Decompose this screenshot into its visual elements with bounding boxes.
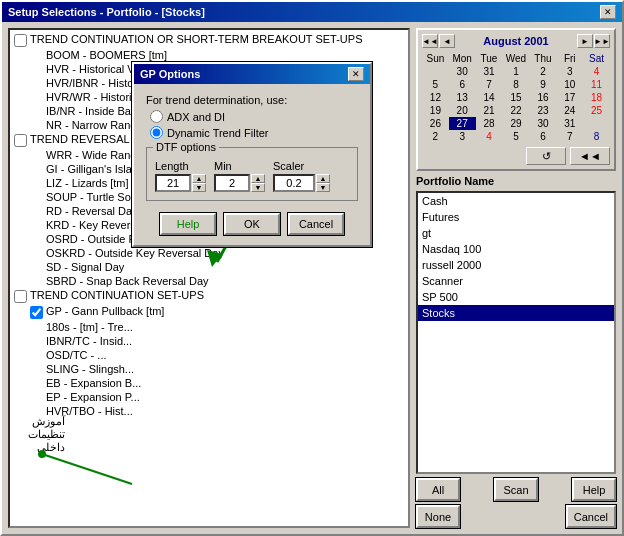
cal-prev-prev-btn[interactable]: ◄◄	[422, 34, 438, 48]
cal-day-4[interactable]: 2	[530, 65, 557, 78]
cal-day-21[interactable]: 19	[422, 104, 449, 117]
cal-day-25[interactable]: 23	[530, 104, 557, 117]
setup-item-osdtc[interactable]: OSD/TC - ...	[12, 348, 406, 362]
cal-next-next-btn[interactable]: ►►	[594, 34, 610, 48]
cal-next-btn[interactable]: ►	[577, 34, 593, 48]
cal-day-12[interactable]: 10	[556, 78, 583, 91]
cal-day-31[interactable]: 29	[502, 117, 529, 130]
dialog-ok-btn[interactable]: OK	[224, 213, 280, 235]
help-button[interactable]: Help	[572, 478, 616, 501]
setup-item-boom[interactable]: BOOM - BOOMERS [tm]	[12, 48, 406, 62]
portfolio-item-scanner[interactable]: Scanner	[418, 273, 614, 289]
cal-day-35[interactable]: 2	[422, 130, 449, 143]
dialog-help-btn[interactable]: Help	[160, 213, 216, 235]
cal-day-33[interactable]: 31	[556, 117, 583, 130]
dtf-options-box: DTF options Length ▲ ▼ Min	[146, 147, 358, 201]
cal-day-23[interactable]: 21	[476, 104, 503, 117]
cal-day-27[interactable]: 25	[583, 104, 610, 117]
scaler-up-btn[interactable]: ▲	[316, 174, 330, 183]
cal-prev-btn[interactable]: ◄	[439, 34, 455, 48]
min-down-btn[interactable]: ▼	[251, 183, 265, 192]
portfolio-item-gt[interactable]: gt	[418, 225, 614, 241]
length-input[interactable]	[155, 174, 191, 192]
cal-day-3[interactable]: 1	[502, 65, 529, 78]
cal-day-7[interactable]: 5	[422, 78, 449, 91]
checkbox-trend2[interactable]	[14, 290, 27, 303]
scan-button[interactable]: Scan	[494, 478, 538, 501]
cal-day-6[interactable]: 4	[583, 65, 610, 78]
cal-day-37[interactable]: 4	[476, 130, 503, 143]
cal-day-11[interactable]: 9	[530, 78, 557, 91]
cal-day-28[interactable]: 26	[422, 117, 449, 130]
cal-day-39[interactable]: 6	[530, 130, 557, 143]
cal-day-24[interactable]: 22	[502, 104, 529, 117]
all-button[interactable]: All	[416, 478, 460, 501]
portfolio-item-nasdaq-100[interactable]: Nasdaq 100	[418, 241, 614, 257]
cal-day-30[interactable]: 28	[476, 117, 503, 130]
cal-day-32[interactable]: 30	[530, 117, 557, 130]
cal-day-26[interactable]: 24	[556, 104, 583, 117]
dtf-radio[interactable]	[150, 126, 163, 139]
cal-day-13[interactable]: 11	[583, 78, 610, 91]
setup-item-gp[interactable]: GP - Gann Pullback [tm]	[12, 304, 406, 320]
cal-day-14[interactable]: 12	[422, 91, 449, 104]
cal-day-15[interactable]: 13	[449, 91, 476, 104]
setup-item-sbrd[interactable]: SBRD - Snap Back Reversal Day	[12, 274, 406, 288]
setup-item-sling[interactable]: SLING - Slingsh...	[12, 362, 406, 376]
dialog-close-btn[interactable]: ✕	[348, 67, 364, 81]
cal-reset-btn[interactable]: ↺	[526, 147, 566, 165]
portfolio-item-cash[interactable]: Cash	[418, 193, 614, 209]
checkbox-gp[interactable]	[30, 306, 43, 319]
checkbox-trend1[interactable]	[14, 34, 27, 47]
cal-day-19[interactable]: 17	[556, 91, 583, 104]
setup-item-ibnrtc[interactable]: IBNR/TC - Insid...	[12, 334, 406, 348]
cal-day-18[interactable]: 16	[530, 91, 557, 104]
dtf-fields: Length ▲ ▼ Min	[155, 160, 349, 192]
setup-item-trend2[interactable]: TREND CONTINUATION SET-UPS	[12, 288, 406, 304]
dtf-legend: DTF options	[153, 141, 219, 153]
cal-day-1[interactable]: 30	[449, 65, 476, 78]
setup-item-trend1[interactable]: TREND CONTINUATION OR SHORT-TERM BREAKOU…	[12, 32, 406, 48]
portfolio-item-stocks[interactable]: Stocks	[418, 305, 614, 321]
cal-day-20[interactable]: 18	[583, 91, 610, 104]
setup-item-eb[interactable]: EB - Expansion B...	[12, 376, 406, 390]
cal-day-8[interactable]: 6	[449, 78, 476, 91]
cal-day-5[interactable]: 3	[556, 65, 583, 78]
cal-day-40[interactable]: 7	[556, 130, 583, 143]
cancel-button[interactable]: Cancel	[566, 505, 616, 528]
setup-item-hvrtbo[interactable]: HVR/TBO - Hist...	[12, 404, 406, 418]
close-button[interactable]: ✕	[600, 5, 616, 19]
min-up-btn[interactable]: ▲	[251, 174, 265, 183]
length-up-btn[interactable]: ▲	[192, 174, 206, 183]
svg-line-2	[42, 454, 132, 484]
cal-day-38[interactable]: 5	[502, 130, 529, 143]
length-down-btn[interactable]: ▼	[192, 183, 206, 192]
portfolio-item-russell-2000[interactable]: russell 2000	[418, 257, 614, 273]
cal-day-22[interactable]: 20	[449, 104, 476, 117]
cal-day-2[interactable]: 31	[476, 65, 503, 78]
cal-today-btn[interactable]: ◄◄	[570, 147, 610, 165]
scaler-input[interactable]	[273, 174, 315, 192]
main-window: Setup Selections - Portfolio - [Stocks] …	[0, 0, 624, 536]
portfolio-item-futures[interactable]: Futures	[418, 209, 614, 225]
cal-day-9[interactable]: 7	[476, 78, 503, 91]
cal-day-41[interactable]: 8	[583, 130, 610, 143]
none-button[interactable]: None	[416, 505, 460, 528]
portfolio-item-sp-500[interactable]: SP 500	[418, 289, 614, 305]
checkbox-reversal[interactable]	[14, 134, 27, 147]
dialog-cancel-btn[interactable]: Cancel	[288, 213, 344, 235]
scaler-down-btn[interactable]: ▼	[316, 183, 330, 192]
cal-day-29[interactable]: 27	[449, 117, 476, 130]
portfolio-list[interactable]: CashFuturesgtNasdaq 100russell 2000Scann…	[416, 191, 616, 474]
setup-item-ep[interactable]: EP - Expansion P...	[12, 390, 406, 404]
setup-item-label-sd: SD - Signal Day	[46, 261, 124, 273]
cal-day-36[interactable]: 3	[449, 130, 476, 143]
cal-day-10[interactable]: 8	[502, 78, 529, 91]
settings-arrow	[32, 444, 152, 494]
cal-day-17[interactable]: 15	[502, 91, 529, 104]
setup-item-s180[interactable]: 180s - [tm] - Tre...	[12, 320, 406, 334]
min-input[interactable]	[214, 174, 250, 192]
setup-item-label-sbrd: SBRD - Snap Back Reversal Day	[46, 275, 209, 287]
adx-radio[interactable]	[150, 110, 163, 123]
cal-day-16[interactable]: 14	[476, 91, 503, 104]
